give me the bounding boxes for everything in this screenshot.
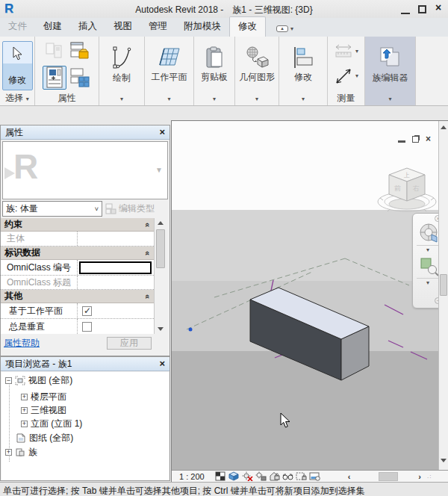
scroll-down-icon[interactable]	[441, 459, 447, 462]
panel-draw[interactable]: 绘制 ▾	[99, 37, 145, 105]
scrollbar-thumb[interactable]	[440, 274, 447, 296]
collapse-icon[interactable]: −	[5, 377, 12, 384]
panel-label-select[interactable]: 选择 ▾	[0, 93, 34, 105]
tree-item-elevations[interactable]: + 立面 (立面 1)	[21, 418, 82, 430]
tree-item-sheets[interactable]: 图纸 (全部)	[16, 432, 73, 444]
properties-help-link[interactable]: 属性帮助	[4, 337, 40, 350]
family-type-dropdown[interactable]: 族: 体量 ˅	[2, 201, 102, 217]
section-constraints[interactable]: 约束«	[1, 218, 154, 232]
shadows-icon[interactable]	[255, 471, 267, 481]
tab-insert[interactable]: 插入	[70, 17, 105, 37]
panel-modify[interactable]: 修改 ▾	[279, 37, 328, 105]
zoom-region-icon[interactable]	[420, 257, 438, 276]
expand-icon[interactable]: +	[21, 394, 28, 400]
measure-tool-button[interactable]: ▾	[334, 63, 358, 88]
tree-item-families[interactable]: + 族	[5, 446, 37, 459]
steering-wheel-icon[interactable]	[418, 223, 438, 245]
dropdown-arrow-icon[interactable]: ▾	[426, 279, 429, 286]
dropdown-arrow-icon[interactable]: ▾	[426, 247, 429, 253]
close-button[interactable]: ×	[435, 4, 444, 11]
measure-dim-button[interactable]: ▾	[334, 39, 358, 63]
collapse-section-icon[interactable]: «	[143, 294, 152, 298]
workplane-based-checkbox[interactable]	[82, 306, 92, 316]
collapse-section-icon[interactable]: «	[143, 222, 152, 226]
properties-palette-header[interactable]: 属性 ×	[1, 125, 169, 140]
ribbon-state-toggle[interactable]: ▴ ▾	[276, 25, 293, 37]
expand-icon[interactable]: +	[21, 407, 28, 414]
scroll-up-icon[interactable]	[441, 125, 447, 129]
temporary-view-properties-icon[interactable]	[309, 471, 320, 481]
properties-scrollbar[interactable]	[154, 218, 167, 334]
dropdown-arrow-icon: ▾	[255, 96, 258, 102]
host-value	[78, 232, 154, 246]
collapse-section-icon[interactable]: «	[143, 250, 152, 255]
apply-button[interactable]: 应用	[107, 337, 152, 350]
panel-geometry[interactable]: 几何图形 ▾	[235, 37, 279, 105]
expand-icon[interactable]: +	[21, 421, 28, 427]
sheet-icon	[16, 433, 26, 443]
family-category-button[interactable]	[68, 39, 92, 63]
edit-type-button[interactable]: 编辑类型	[105, 201, 168, 217]
project-browser-header[interactable]: 项目浏览器 - 族1 ×	[1, 357, 169, 371]
scroll-down-icon[interactable]	[158, 327, 164, 331]
property-row-omniclass-number[interactable]: OmniClass 编号	[1, 260, 154, 276]
reference-plane-tick[interactable]	[388, 341, 403, 347]
title-bar: R Autodesk Revit 2018 - 族1 - 三维视图: {3D} …	[0, 0, 448, 18]
modify-tool-button[interactable]: 修改	[2, 41, 33, 90]
tab-addins[interactable]: 附加模块	[175, 17, 229, 37]
project-browser-title: 项目浏览器 - 族1	[5, 358, 72, 371]
resize-grip[interactable]: .:	[427, 473, 432, 480]
sun-path-icon[interactable]	[242, 471, 253, 481]
maximize-button[interactable]	[418, 5, 426, 13]
tree-item-floorplans[interactable]: + 楼层平面	[21, 391, 66, 403]
close-icon[interactable]: ×	[159, 128, 165, 137]
3d-view-canvas[interactable]: × 上 前 右	[172, 121, 438, 470]
detail-level-icon[interactable]	[215, 471, 226, 481]
chevron-down-icon: ▼	[155, 166, 163, 174]
hscrollbar-thumb[interactable]	[379, 472, 398, 481]
lock-3d-view-icon[interactable]	[269, 471, 280, 481]
tab-file[interactable]: 文件	[0, 17, 35, 37]
tab-modify[interactable]: 修改	[229, 16, 266, 37]
close-icon[interactable]: ×	[159, 359, 165, 368]
family-types-button[interactable]	[43, 39, 66, 63]
temporary-hide-isolate-icon[interactable]	[282, 471, 293, 481]
minimize-button[interactable]	[401, 5, 410, 14]
visual-style-icon[interactable]	[228, 471, 240, 481]
tab-create[interactable]: 创建	[35, 17, 70, 37]
expand-icon[interactable]: +	[5, 449, 12, 456]
mass-box[interactable]	[250, 288, 369, 380]
scroll-up-icon[interactable]	[158, 221, 164, 225]
view-vertical-scrollbar[interactable]	[438, 121, 448, 470]
scrollbar-thumb[interactable]	[156, 229, 165, 268]
reference-plane-tick[interactable]	[271, 280, 273, 291]
section-other[interactable]: 其他«	[1, 290, 154, 303]
omniclass-number-input[interactable]	[79, 261, 152, 274]
dropdown-arrow-icon: ▾	[26, 96, 29, 102]
tab-view[interactable]: 视图	[105, 17, 140, 37]
panel-family-editor[interactable]: 族编辑器 ▾	[365, 37, 416, 105]
property-row-omniclass-title[interactable]: OmniClass 标题	[1, 276, 154, 290]
family-types-dialog-button[interactable]	[68, 66, 92, 90]
panel-workplane[interactable]: 工作平面 ▾	[145, 37, 194, 105]
scroll-left-icon[interactable]: ‹	[348, 472, 351, 481]
reference-line[interactable]	[345, 258, 409, 285]
type-selector[interactable]: R ▼	[2, 141, 168, 199]
properties-palette-button[interactable]	[43, 66, 66, 90]
section-identity[interactable]: 标识数据«	[1, 247, 154, 260]
always-vertical-checkbox[interactable]	[82, 322, 92, 332]
tree-item-views[interactable]: − 视图 (全部)	[5, 374, 72, 387]
property-row-workplane-based[interactable]: 基于工作平面	[1, 303, 154, 319]
scale-button[interactable]: 1 : 200	[179, 472, 205, 481]
reference-plane-tick[interactable]	[411, 352, 427, 359]
property-row-always-vertical[interactable]: 总是垂直	[1, 319, 154, 334]
tree-item-3dviews[interactable]: + 三维视图	[21, 404, 66, 417]
property-row-host[interactable]: 主体	[1, 232, 154, 247]
tab-manage[interactable]: 管理	[140, 17, 175, 37]
panel-clipboard[interactable]: 剪贴板 ▾	[194, 37, 235, 105]
scroll-right-icon[interactable]: ›	[418, 472, 421, 481]
reference-point[interactable]	[189, 328, 193, 332]
reference-plane-tick[interactable]	[385, 305, 403, 314]
panel-label-properties[interactable]: 属性	[35, 93, 99, 105]
reveal-hidden-elements-icon[interactable]	[296, 471, 307, 481]
